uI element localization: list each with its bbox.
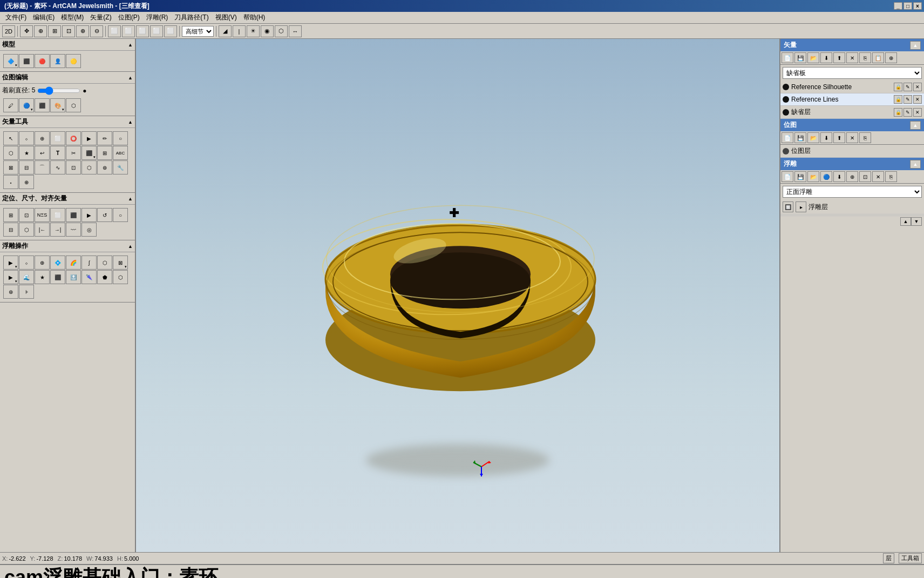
vec-abc[interactable]: ABC (113, 146, 128, 160)
align-t6[interactable]: ▶ (81, 208, 97, 222)
tab-toolbox[interactable]: 工具箱 (899, 553, 922, 563)
toolbar-view1-btn[interactable]: ⬜ (108, 25, 121, 37)
model-tool-2[interactable]: ⬛ (19, 54, 34, 68)
ro-t6[interactable]: ∫ (81, 256, 97, 270)
bm-tb-2[interactable]: 💾 (794, 132, 806, 143)
toolbar-zoomin-btn[interactable]: ⊕ (76, 25, 89, 37)
vec-tool-g3[interactable]: ⌒ (35, 160, 50, 174)
rel-tb-3[interactable]: 📂 (807, 171, 819, 182)
bitmap-tool-4[interactable]: 🎨 (50, 98, 65, 112)
ro-t1[interactable]: ▶ (3, 256, 18, 270)
vec-grid[interactable]: ⊞ (97, 146, 112, 160)
canvas-area[interactable]: ✚ (136, 39, 779, 552)
align-t14[interactable]: ◎ (81, 223, 97, 237)
quality-select[interactable]: 高细节 (182, 26, 214, 37)
vec-tb-open[interactable]: 📂 (807, 52, 819, 63)
close-button[interactable]: × (913, 2, 922, 10)
vec-tb-import[interactable]: ⬇ (820, 52, 832, 63)
layer-lock-default[interactable]: 🔒 (894, 108, 902, 117)
vec-tb-delete[interactable]: ✕ (846, 52, 858, 63)
ro-t15[interactable]: ⬟ (97, 270, 112, 284)
ro-t3[interactable]: ⊕ (35, 256, 50, 270)
toolbar-view5-btn[interactable]: ⬜ (164, 25, 177, 37)
vec-tool-h4[interactable]: ⬩ (3, 175, 18, 189)
section-vector-collapse[interactable]: ▲ (128, 119, 133, 125)
vec-node[interactable]: ⬦ (19, 131, 34, 145)
align-t13[interactable]: 〰 (66, 223, 81, 237)
toolbar-zoomout-btn[interactable]: ⊖ (90, 25, 103, 37)
rel-tb-1[interactable]: 📄 (782, 171, 793, 182)
vec-tool-g4[interactable]: ∿ (50, 160, 65, 174)
relief-bottom-up[interactable]: ▲ (900, 217, 911, 226)
menu-relief[interactable]: 浮雕(R) (143, 12, 172, 23)
toolbar-move-btn[interactable]: ✥ (20, 25, 33, 37)
vector-layer-dropdown[interactable]: 缺省板 (783, 67, 922, 79)
relief-bottom-down[interactable]: ▼ (911, 217, 922, 226)
menu-view[interactable]: 视图(V) (212, 12, 240, 23)
align-t2[interactable]: ⊡ (19, 208, 34, 222)
tab-layers[interactable]: 层 (883, 553, 894, 563)
menu-vector[interactable]: 矢量(Z) (87, 12, 114, 23)
vec-tb-save[interactable]: 💾 (794, 52, 806, 63)
align-t4[interactable]: ⬜ (50, 208, 65, 222)
vec-undo[interactable]: ↩ (35, 146, 50, 160)
align-t5[interactable]: ⬛ (66, 208, 81, 222)
toolbar-view2-btn[interactable]: ⬜ (122, 25, 135, 37)
layer-edit-lines[interactable]: ✎ (903, 95, 912, 104)
bm-tb-5[interactable]: ⬆ (833, 132, 845, 143)
layer-edit-silhouette[interactable]: ✎ (903, 83, 912, 91)
vec-tool-g2[interactable]: ⊟ (19, 160, 34, 174)
ro-t10[interactable]: 🌊 (19, 270, 34, 284)
toolbar-pan-btn[interactable]: ⊡ (62, 25, 75, 37)
ro-t14[interactable]: 🌂 (81, 270, 97, 284)
minimize-button[interactable]: _ (894, 2, 902, 10)
menu-file[interactable]: 文件(F) (2, 12, 30, 23)
model-tool-4[interactable]: 👤 (50, 54, 65, 68)
bitmap-up-btn[interactable]: ▲ (910, 121, 921, 130)
model-tool-5[interactable]: 🟡 (66, 54, 81, 68)
bitmap-tool-2[interactable]: 🔵 (19, 98, 34, 112)
section-vector-header[interactable]: 矢量工具 ▲ (0, 116, 135, 128)
ro-t18[interactable]: ⊧ (19, 285, 34, 299)
vec-star[interactable]: ★ (19, 146, 34, 160)
ro-t2[interactable]: ⬦ (19, 256, 34, 270)
bitmap-tool-5[interactable]: ⬡ (66, 98, 81, 112)
vec-tool-i1[interactable]: ⊕ (19, 175, 34, 189)
align-t7[interactable]: ↺ (97, 208, 112, 222)
rel-tb-4[interactable]: 🔵 (820, 171, 832, 182)
vec-tool-h3[interactable]: 🔧 (113, 160, 128, 174)
ro-t9[interactable]: ▶ (3, 270, 18, 284)
align-t8[interactable]: ○ (113, 208, 128, 222)
bm-tb-4[interactable]: ⬇ (820, 132, 832, 143)
section-model-collapse[interactable]: ▲ (128, 42, 133, 48)
model-tool-1[interactable]: 🔷 (3, 54, 18, 68)
toolbar-zoom-btn[interactable]: ⊞ (48, 25, 61, 37)
bm-tb-6[interactable]: ✕ (846, 132, 858, 143)
vec-text[interactable]: T (50, 146, 65, 160)
vec-edit3[interactable]: ⬛ (81, 146, 97, 160)
maximize-button[interactable]: □ (903, 2, 912, 10)
section-relief-ops-collapse[interactable]: ▲ (128, 244, 133, 249)
relief-up-btn[interactable]: ▲ (910, 160, 921, 169)
vec-tool-h2[interactable]: ⊛ (97, 160, 112, 174)
vec-tb-paste[interactable]: 📋 (872, 52, 884, 63)
menu-edit[interactable]: 编辑(E) (30, 12, 58, 23)
layer-lock-silhouette[interactable]: 🔒 (894, 83, 902, 91)
section-model-header[interactable]: 模型 ▲ (0, 39, 135, 51)
ro-t13[interactable]: 🔝 (66, 270, 81, 284)
layer-close-lines[interactable]: ✕ (913, 95, 922, 104)
rel-tb-5[interactable]: ⬇ (833, 171, 845, 182)
menu-toolpath[interactable]: 刀具路径(T) (171, 12, 212, 23)
ro-t11[interactable]: ★ (35, 270, 50, 284)
bitmap-tool-3[interactable]: ⬛ (35, 98, 50, 112)
vec-rect[interactable]: ⬜ (50, 131, 65, 145)
layer-close-default[interactable]: ✕ (913, 108, 922, 117)
toolbar-view3-btn[interactable]: ⬜ (136, 25, 149, 37)
brush-size-slider[interactable] (37, 86, 80, 95)
ro-t4[interactable]: 💠 (50, 256, 65, 270)
ro-t5[interactable]: 🌈 (66, 256, 81, 270)
ro-t17[interactable]: ⊛ (3, 285, 18, 299)
toolbar-extra3-btn[interactable]: ☀ (247, 25, 260, 37)
vec-tool-h1[interactable]: ⬡ (81, 160, 97, 174)
align-t11[interactable]: |← (35, 223, 50, 237)
